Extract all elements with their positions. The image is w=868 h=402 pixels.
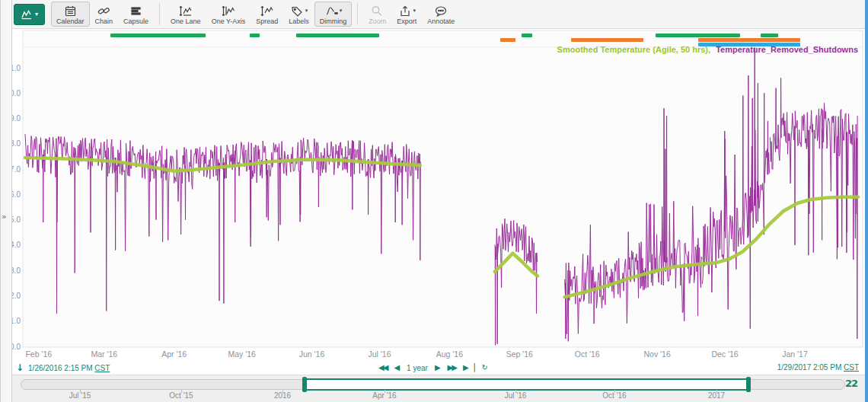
chevron-down-icon: ▾ [35,11,38,18]
trend-chart-icon [21,8,34,20]
toolbar-button-label: Export [397,18,416,25]
jump-back-icon[interactable]: ◀◀ [378,361,387,375]
one-y-axis-icon [221,5,235,18]
capsule-bar[interactable] [761,34,778,37]
trend-toolbar: ▾ CalendarChainCapsuleOne LaneOne Y-Axis… [11,0,865,29]
trend-chart[interactable]: 91.090.089.088.087.086.085.084.083.082.0… [0,28,868,361]
timebar-label: 2017 [708,391,725,400]
toolbar-button-label: One Lane [171,18,201,25]
timebar-calendar-button[interactable]: 22 [845,378,857,389]
toolbar-button-label: Chain [95,18,113,25]
x-tick-label: Mar '16 [91,349,117,359]
x-tick-label: Jul '16 [368,349,391,359]
step-to-end-icon[interactable]: ▶▕ [463,361,474,375]
toolbar-button-label: Annotate [427,18,455,25]
investigate-range-icon[interactable]: ↓ [16,362,24,373]
range-end-date[interactable]: 1/29/2017 2:05 PM [777,363,842,372]
toolbar-button-capsule[interactable]: Capsule [118,2,154,27]
annotate-icon [434,5,448,18]
export-icon: ▾ [398,5,416,18]
toolbar-button-labels[interactable]: ▾Labels [283,2,314,27]
toolbar-button-one-y-axis[interactable]: One Y-Axis [206,2,251,27]
capsule-bar[interactable] [698,38,800,42]
capsule-bar[interactable] [656,34,740,37]
expand-panel-icon[interactable]: » [2,212,7,222]
one-lane-icon [178,5,193,18]
step-back-icon[interactable]: ◀ [394,361,400,375]
timebar-label: Oct '15 [169,391,193,400]
timebar-handle-right[interactable] [746,377,751,392]
x-tick-label: Aug '16 [436,349,463,359]
duration-label[interactable]: 1 year [407,364,428,372]
timebar-handle-left[interactable] [302,377,307,392]
toolbar-separator [159,3,160,25]
toolbar-button-spread[interactable]: Spread [251,2,283,27]
x-tick-label: Sep '16 [506,349,533,359]
step-forward-icon[interactable]: ▶ [435,361,441,375]
jump-forward-icon[interactable]: ▶▶ [448,361,456,375]
toolbar-button-dimming[interactable]: ▾Dimming [314,2,353,27]
capsule-bar[interactable] [571,38,643,42]
collapsed-side-panel[interactable]: » [0,0,12,402]
timebar-selection[interactable] [305,378,748,391]
toolbar-button-chain[interactable]: Chain [90,2,119,27]
timebar-label: Oct '16 [602,391,626,400]
spread-icon [260,5,274,18]
x-tick-label: Apr '16 [161,349,187,359]
toolbar-button-label: Spread [256,18,278,25]
x-tick-label: Jan '17 [782,349,808,359]
calendar-icon [63,5,78,18]
x-tick-label: Feb '16 [25,349,52,359]
capsule-bar[interactable] [296,34,379,37]
x-tick-label: May '16 [228,349,256,359]
display-range-bar: ↓1/26/2016 2:15 PM CST ◀◀◀1 year▶▶▶▶▕↻ 1… [11,361,865,375]
trend-legend: Smoothed Temperature (Agile, 50 hrs), Te… [557,45,858,54]
range-start-date[interactable]: 1/26/2016 2:15 PM [28,364,93,372]
toolbar-button-calendar[interactable]: Calendar [51,2,90,27]
toolbar-separator [357,3,358,25]
x-tick-label: Dec '16 [711,349,738,359]
auto-update-icon[interactable]: ↻ [481,361,487,375]
trend-view-button[interactable]: ▾ [14,4,45,25]
toolbar-button-label: Calendar [56,18,85,25]
zoom-icon [370,5,385,18]
toolbar-button-label: Dimming [320,18,347,25]
capsule-bar[interactable] [250,34,260,37]
range-navigation: ◀◀◀1 year▶▶▶▶▕↻ [378,361,488,375]
x-tick-label: Oct '16 [575,349,600,359]
timebar-label: 2016 [274,391,291,400]
toolbar-button-zoom[interactable]: Zoom [363,2,391,27]
legend-item-smoothed-temperature[interactable]: Smoothed Temperature (Agile, 50 hrs), [557,45,711,54]
x-tick-label: Nov '16 [643,349,670,359]
capsule-icon [129,5,143,18]
toolbar-button-label: Capsule [123,18,148,25]
toolbar-button-one-lane[interactable]: One Lane [165,2,206,27]
chain-icon [97,5,111,18]
dimming-icon: ▾ [324,5,343,18]
legend-item-temperature-removed-shutdowns[interactable]: Temperature_Removed_Shutdowns [716,45,858,54]
toolbar-button-label: Labels [289,18,309,25]
timebar-scrubber: 22 Jul '15Oct '152016Apr '16Jul '16Oct '… [11,375,865,402]
timebar-label: Jul '15 [69,391,91,400]
toolbar-button-export[interactable]: ▾Export [391,2,422,27]
x-tick-label: Jun '16 [299,349,325,359]
range-end-timezone[interactable]: CST [844,363,859,372]
window-edge [865,0,868,402]
toolbar-button-label: One Y-Axis [212,18,246,25]
timebar-label: Apr '16 [372,391,396,400]
capsule-bar[interactable] [522,34,532,37]
timebar-label: Jul '16 [505,391,527,400]
range-start-timezone[interactable]: CST [94,364,110,372]
seeq-trend-workbench: » ▾ CalendarChainCapsuleOne LaneOne Y-Ax… [0,0,868,402]
labels-icon: ▾ [290,5,308,18]
toolbar-button-annotate[interactable]: Annotate [422,2,460,27]
capsule-bar[interactable] [500,38,515,42]
toolbar-button-label: Zoom [369,18,386,25]
capsule-bar[interactable] [110,34,206,37]
